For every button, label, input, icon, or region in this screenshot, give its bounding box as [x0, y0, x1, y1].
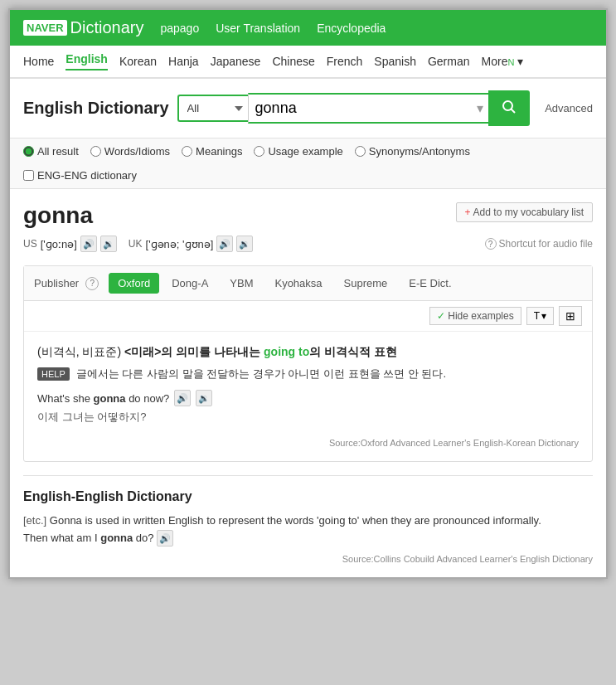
plus-icon: +	[465, 206, 471, 218]
filter-usage[interactable]: Usage example	[254, 145, 342, 158]
ee-dict-content: [etc.] Gonna is used in written English …	[23, 513, 593, 547]
add-vocab-label: Add to my vocabulary list	[473, 206, 584, 218]
search-controls: All Word Meaning Example ▾	[177, 90, 531, 126]
pub-tab-donga[interactable]: Dong-A	[162, 273, 217, 294]
hide-examples-button[interactable]: ✓ Hide examples	[429, 307, 521, 325]
help-text: 글에서는 다른 사람의 말을 전달하는 경우가 아니면 이런 표현을 쓰면 안 …	[76, 367, 446, 381]
filter-all-label: All result	[37, 145, 79, 158]
ee-dict-title: English-English Dictionary	[23, 489, 593, 504]
filter-words-idioms[interactable]: Words/Idioms	[90, 145, 170, 158]
publisher-help-icon[interactable]: ?	[85, 277, 99, 290]
going-to-text: going to	[264, 345, 309, 358]
add-vocab-button[interactable]: +Add to my vocabulary list	[456, 202, 593, 222]
us-label: US	[23, 238, 37, 250]
example-audio-button-2[interactable]: 🔉	[196, 390, 212, 406]
publisher-tabs: Oxford Dong-A YBM Kyohaksa Supreme E-E D…	[109, 273, 460, 294]
shortcut-label: Shortcut for audio file	[499, 238, 593, 250]
help-question-icon: ?	[485, 238, 497, 250]
main-content: gonna +Add to my vocabulary list US ['ɡo…	[10, 189, 606, 577]
us-pron-text: ['ɡoːnə]	[41, 238, 77, 250]
ee-dict-section: English-English Dictionary [etc.] Gonna …	[23, 475, 593, 564]
pub-tab-oxford[interactable]: Oxford	[109, 273, 159, 294]
filter-meanings-radio[interactable]	[182, 146, 192, 157]
example-gonna: gonna	[94, 392, 126, 405]
lang-japanese[interactable]: Japanese	[211, 55, 261, 68]
publisher-section: Publisher ? Oxford Dong-A YBM Kyohaksa S…	[23, 265, 593, 462]
word-section: gonna +Add to my vocabulary list US ['ɡo…	[23, 202, 593, 252]
header-nav: papago User Translation Encyclopedia	[160, 22, 386, 35]
search-category-select[interactable]: All Word Meaning Example	[177, 95, 248, 122]
filter-all-radio[interactable]	[23, 146, 34, 157]
help-tag: HELP	[37, 367, 70, 381]
settings-button[interactable]: ⊞	[559, 306, 582, 326]
pub-tab-ybm[interactable]: YBM	[221, 273, 262, 294]
lang-german[interactable]: German	[428, 55, 470, 68]
filter-synonyms[interactable]: Synonyms/Antonyms	[355, 145, 470, 158]
us-audio-button[interactable]: 🔊	[80, 236, 97, 252]
nav-encyclopedia[interactable]: Encyclopedia	[317, 22, 386, 35]
filter-words-label: Words/Idioms	[104, 145, 170, 158]
hide-examples-label: Hide examples	[448, 310, 513, 322]
uk-label: UK	[129, 238, 143, 250]
content-controls: ✓ Hide examples T ▾ ⊞	[24, 301, 592, 332]
filter-meanings-label: Meanings	[196, 145, 242, 158]
lang-spanish[interactable]: Spanish	[374, 55, 416, 68]
filter-synonyms-label: Synonyms/Antonyms	[369, 145, 470, 158]
ee-etc-label: [etc.]	[23, 514, 46, 527]
uk-audio-button[interactable]: 🔊	[216, 236, 233, 252]
pub-tab-supreme[interactable]: Supreme	[335, 273, 397, 294]
ee-content-main: Gonna is used in written English to repr…	[50, 514, 541, 527]
naver-logo-text: NAVER	[23, 20, 67, 36]
def-category: (비격식, 비표준)	[37, 345, 124, 358]
search-bar: English Dictionary All Word Meaning Exam…	[10, 79, 606, 138]
lang-english[interactable]: English	[65, 52, 108, 70]
example-en-text: What's she gonna do now?	[37, 392, 169, 405]
definition-content: (비격식, 비표준) <미래>의 의미를 나타내는 going to의 비격식적…	[24, 332, 592, 461]
filter-all-result[interactable]: All result	[23, 145, 79, 158]
definition-korean: (비격식, 비표준) <미래>의 의미를 나타내는 going to의 비격식적…	[37, 345, 579, 360]
lang-chinese[interactable]: Chinese	[272, 55, 314, 68]
language-nav: Home English Korean Hanja Japanese Chine…	[10, 46, 606, 79]
filter-words-radio[interactable]	[90, 146, 101, 157]
filter-synonyms-radio[interactable]	[355, 146, 366, 157]
ee-content-after: Then what am I	[23, 532, 98, 544]
example-audio-button[interactable]: 🔊	[174, 390, 191, 406]
logo[interactable]: NAVER Dictionary	[23, 18, 143, 37]
search-input[interactable]	[249, 95, 473, 122]
search-icon	[502, 100, 517, 114]
pub-tab-eedict[interactable]: E-E Dict.	[400, 273, 460, 294]
uk-pronunciation: UK ['ɡənə; 'ɡʊnə] 🔊 🔉	[129, 236, 254, 252]
filter-engeng[interactable]: ENG-ENG dictionary	[23, 169, 137, 182]
advanced-link[interactable]: Advanced	[545, 102, 593, 114]
filter-engeng-checkbox[interactable]	[23, 170, 34, 181]
pub-tab-kyohaksa[interactable]: Kyohaksa	[265, 273, 331, 294]
lang-french[interactable]: French	[327, 55, 363, 68]
text-size-button[interactable]: T ▾	[526, 307, 554, 325]
lang-more[interactable]: MoreN ▾	[482, 55, 524, 68]
search-clear-button[interactable]: ▾	[472, 100, 488, 116]
nav-papago[interactable]: papago	[160, 22, 199, 35]
filter-usage-radio[interactable]	[254, 146, 264, 157]
more-label: More	[482, 55, 508, 68]
text-size-arrow: ▾	[541, 310, 546, 322]
def-bold: <미래>의 의미를 나타내는 going to의 비격식적 표현	[124, 345, 397, 358]
publisher-label: Publisher	[34, 277, 79, 289]
lang-korean[interactable]: Korean	[119, 55, 157, 68]
ee-audio-button[interactable]: 🔊	[157, 530, 173, 547]
search-button[interactable]	[488, 90, 530, 126]
svg-line-1	[512, 109, 516, 114]
search-input-wrap: ▾	[248, 93, 489, 124]
shortcut-audio-link[interactable]: ? Shortcut for audio file	[485, 238, 593, 250]
us-audio-button-2[interactable]: 🔉	[100, 236, 117, 252]
filter-meanings[interactable]: Meanings	[182, 145, 242, 158]
oxford-source: Source:Oxford Advanced Learner's English…	[37, 431, 579, 448]
filter-bar: All result Words/Idioms Meanings Usage e…	[10, 138, 606, 189]
lang-hanja[interactable]: Hanja	[168, 55, 199, 68]
nav-user-translation[interactable]: User Translation	[216, 22, 300, 35]
help-box: HELP 글에서는 다른 사람의 말을 전달하는 경우가 아니면 이런 표현을 …	[37, 367, 579, 381]
us-pronunciation: US ['ɡoːnə] 🔊 🔉	[23, 236, 117, 252]
lang-home[interactable]: Home	[23, 55, 54, 68]
uk-audio-button-2[interactable]: 🔉	[236, 236, 253, 252]
text-size-t: T	[534, 310, 540, 322]
filter-usage-label: Usage example	[268, 145, 342, 158]
